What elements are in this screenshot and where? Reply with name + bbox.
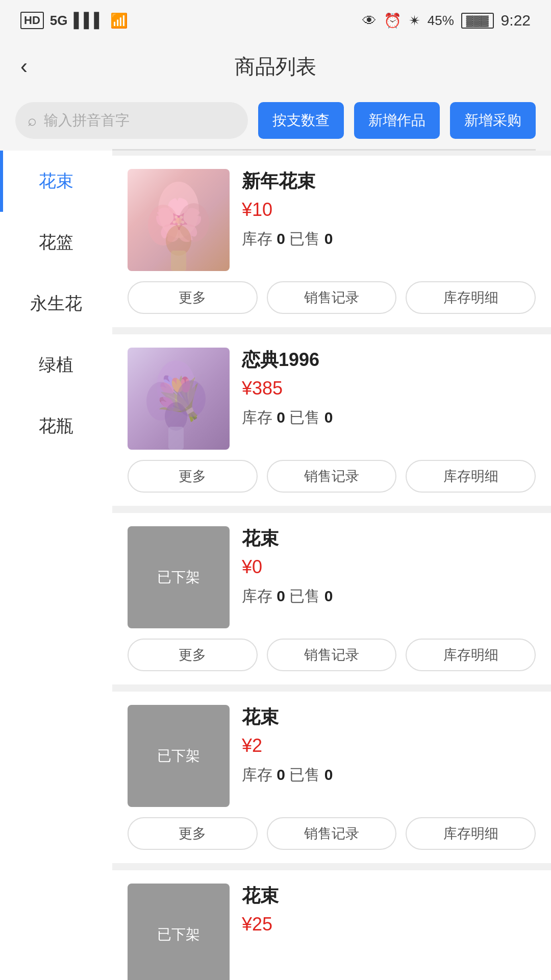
inventory-detail-button-1[interactable]: 库存明细 <box>406 281 536 314</box>
product-stock-2: 库存 0 已售 0 <box>242 407 536 428</box>
sidebar-label-hualan: 花篮 <box>39 231 73 254</box>
product-price-2: ¥385 <box>242 378 536 399</box>
sidebar: 花束 花篮 永生花 绿植 花瓶 <box>0 151 112 980</box>
product-top-1: 新年花束 ¥10 库存 0 已售 0 <box>128 169 536 271</box>
product-card-1: 新年花束 ¥10 库存 0 已售 0 更多 销售记录 库存明细 <box>112 156 551 327</box>
sold-label-1: 已售 <box>289 230 324 247</box>
product-price-4: ¥2 <box>242 735 536 756</box>
sidebar-label-lvzhi: 绿植 <box>39 353 73 377</box>
offline-label-4: 已下架 <box>157 746 200 766</box>
more-button-4[interactable]: 更多 <box>128 817 258 850</box>
stock-num-2: 0 <box>277 409 285 426</box>
flower-svg-2 <box>128 348 230 450</box>
search-box[interactable]: ⌕ 输入拼音首字 <box>15 102 248 139</box>
sold-num-2: 0 <box>324 409 333 426</box>
inventory-detail-button-2[interactable]: 库存明细 <box>406 460 536 493</box>
product-info-3: 花束 ¥0 库存 0 已售 0 <box>242 526 536 628</box>
sidebar-item-hualan[interactable]: 花篮 <box>0 212 112 273</box>
product-image-2 <box>128 348 230 450</box>
hd-icon: HD <box>20 12 44 29</box>
product-info-4: 花束 ¥2 库存 0 已售 0 <box>242 705 536 807</box>
stock-label-1: 库存 <box>242 230 277 247</box>
product-image-1 <box>128 169 230 271</box>
product-image-3: 已下架 <box>128 526 230 628</box>
sales-record-button-2[interactable]: 销售记录 <box>267 460 397 493</box>
product-info-5: 花束 ¥25 <box>242 884 536 980</box>
product-info-2: 恋典1996 ¥385 库存 0 已售 0 <box>242 348 536 450</box>
product-card-4: 已下架 花束 ¥2 库存 0 已售 0 更多 销售记录 库存明细 <box>112 692 551 863</box>
sidebar-item-yongshenghua[interactable]: 永生花 <box>0 273 112 334</box>
product-name-4: 花束 <box>242 705 536 730</box>
offline-label-5: 已下架 <box>157 925 200 944</box>
sidebar-item-huashu[interactable]: 花束 <box>0 151 112 212</box>
page-title: 商品列表 <box>235 53 316 81</box>
offline-label-3: 已下架 <box>157 568 200 587</box>
product-name-3: 花束 <box>242 526 536 551</box>
back-button[interactable]: ‹ <box>20 54 28 79</box>
add-work-button[interactable]: 新增作品 <box>354 102 440 139</box>
product-price-3: ¥0 <box>242 556 536 578</box>
product-name-5: 花束 <box>242 884 536 909</box>
product-stock-1: 库存 0 已售 0 <box>242 229 536 250</box>
stock-label-2: 库存 <box>242 409 277 426</box>
eye-icon: 👁 <box>362 12 377 29</box>
product-top-4: 已下架 花束 ¥2 库存 0 已售 0 <box>128 705 536 807</box>
sidebar-label-huaping: 花瓶 <box>39 414 73 438</box>
header: ‹ 商品列表 <box>0 41 551 92</box>
product-actions-4: 更多 销售记录 库存明细 <box>128 817 536 850</box>
flower-svg-1 <box>128 169 230 271</box>
product-name-1: 新年花束 <box>242 169 536 194</box>
sold-num-4: 0 <box>324 766 333 783</box>
product-stock-3: 库存 0 已售 0 <box>242 586 536 607</box>
query-by-count-button[interactable]: 按支数查 <box>258 102 344 139</box>
stock-num-1: 0 <box>277 230 285 247</box>
inventory-detail-button-3[interactable]: 库存明细 <box>406 639 536 671</box>
sales-record-button-1[interactable]: 销售记录 <box>267 281 397 314</box>
product-actions-2: 更多 销售记录 库存明细 <box>128 460 536 493</box>
sold-label-4: 已售 <box>289 766 324 783</box>
product-price-1: ¥10 <box>242 199 536 220</box>
wifi-icon: 📶 <box>110 12 128 29</box>
svg-rect-4 <box>171 251 186 271</box>
product-stock-4: 库存 0 已售 0 <box>242 765 536 786</box>
more-button-2[interactable]: 更多 <box>128 460 258 493</box>
sold-num-3: 0 <box>324 587 333 604</box>
status-right: 👁 ⏰ ✴ 45% ▓▓▓ 9:22 <box>362 12 531 29</box>
more-button-3[interactable]: 更多 <box>128 639 258 671</box>
product-card-3: 已下架 花束 ¥0 库存 0 已售 0 更多 销售记录 库存明细 <box>112 513 551 684</box>
sidebar-label-huashu: 花束 <box>39 169 73 193</box>
product-top-5: 已下架 花束 ¥25 <box>128 884 536 980</box>
inventory-detail-button-4[interactable]: 库存明细 <box>406 817 536 850</box>
toolbar: ⌕ 输入拼音首字 按支数查 新增作品 新增采购 <box>0 92 551 149</box>
sold-label-2: 已售 <box>289 409 324 426</box>
search-icon: ⌕ <box>28 112 37 129</box>
main-content: 花束 花篮 永生花 绿植 花瓶 <box>0 151 551 980</box>
search-input-placeholder: 输入拼音首字 <box>44 111 130 130</box>
product-price-5: ¥25 <box>242 914 536 935</box>
product-name-2: 恋典1996 <box>242 348 536 373</box>
product-list: 新年花束 ¥10 库存 0 已售 0 更多 销售记录 库存明细 <box>112 151 551 980</box>
product-top-2: 恋典1996 ¥385 库存 0 已售 0 <box>128 348 536 450</box>
svg-rect-9 <box>168 427 184 450</box>
stock-label-3: 库存 <box>242 587 277 604</box>
status-left: HD 5G ▌▌▌ 📶 <box>20 12 128 29</box>
alarm-icon: ⏰ <box>384 12 402 29</box>
stock-num-4: 0 <box>277 766 285 783</box>
product-top-3: 已下架 花束 ¥0 库存 0 已售 0 <box>128 526 536 628</box>
5g-icon: 5G <box>50 13 68 29</box>
product-actions-1: 更多 销售记录 库存明细 <box>128 281 536 314</box>
add-purchase-button[interactable]: 新增采购 <box>450 102 536 139</box>
status-bar: HD 5G ▌▌▌ 📶 👁 ⏰ ✴ 45% ▓▓▓ 9:22 <box>0 0 551 41</box>
sidebar-item-lvzhi[interactable]: 绿植 <box>0 334 112 396</box>
sold-num-1: 0 <box>324 230 333 247</box>
sales-record-button-4[interactable]: 销售记录 <box>267 817 397 850</box>
more-button-1[interactable]: 更多 <box>128 281 258 314</box>
product-actions-3: 更多 销售记录 库存明细 <box>128 639 536 671</box>
product-info-1: 新年花束 ¥10 库存 0 已售 0 <box>242 169 536 271</box>
sales-record-button-3[interactable]: 销售记录 <box>267 639 397 671</box>
sidebar-label-yongshenghua: 永生花 <box>30 292 82 315</box>
sidebar-item-huaping[interactable]: 花瓶 <box>0 396 112 457</box>
sold-label-3: 已售 <box>289 587 324 604</box>
time-display: 9:22 <box>501 12 531 29</box>
stock-num-3: 0 <box>277 587 285 604</box>
